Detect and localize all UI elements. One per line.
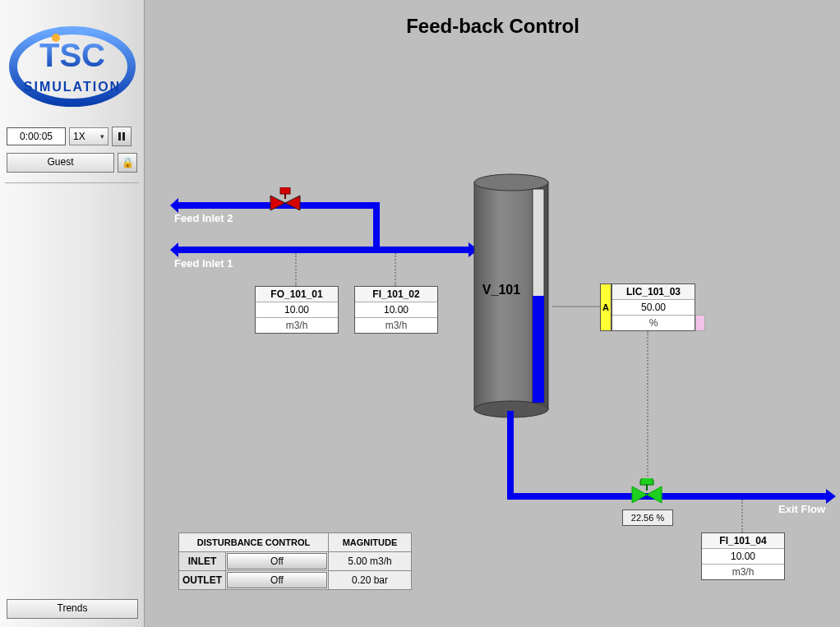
logo: TSC SIMULATION [3, 5, 141, 120]
chevron-down-icon: ▾ [100, 128, 104, 145]
logo-sim-text: SIMULATION [23, 80, 120, 94]
leader-line [741, 500, 743, 532]
table-row: OUTLET Off 0.20 bar [179, 571, 412, 590]
outlet-toggle-button[interactable]: Off [227, 572, 327, 588]
pause-button[interactable] [112, 127, 132, 146]
tag-value: 10.00 [256, 302, 338, 318]
control-valve[interactable] [630, 478, 663, 505]
arrow-icon [170, 242, 178, 257]
row-label: OUTLET [179, 571, 226, 590]
leader-line [295, 253, 297, 286]
valve-output-value: 22.56 % [622, 509, 673, 526]
label-feed-inlet-1: Feed Inlet 1 [174, 257, 233, 270]
lock-icon: 🔒 [122, 157, 134, 168]
row-label: INLET [179, 552, 226, 571]
dist-header: DISTURBANCE CONTROL [179, 533, 329, 552]
svg-marker-15 [632, 486, 647, 503]
tag-LIC-101-03[interactable]: A LIC_101_03 50.00 % [600, 284, 705, 331]
tag-value: 10.00 [702, 549, 784, 565]
sim-time[interactable]: 0:00:05 [7, 127, 66, 145]
svg-marker-8 [285, 196, 300, 210]
inlet-toggle-button[interactable]: Off [227, 553, 327, 569]
svg-rect-4 [280, 187, 290, 194]
svg-rect-3 [122, 132, 125, 141]
sidebar: TSC SIMULATION 0:00:05 1X ▾ Guest 🔒 Tren… [0, 0, 145, 627]
svg-marker-16 [647, 486, 662, 503]
valve-feed2[interactable] [269, 187, 302, 213]
tag-FI-101-02[interactable]: FI_101_02 10.00 m3/h [354, 286, 438, 334]
user-button[interactable]: Guest [7, 153, 114, 173]
pipe-exit-h [507, 493, 828, 500]
tag-unit: m3/h [702, 565, 784, 579]
svg-marker-7 [270, 196, 285, 210]
svg-point-10 [474, 174, 548, 191]
tag-name: LIC_101_03 [612, 284, 695, 300]
tag-unit: m3/h [355, 318, 437, 333]
process-canvas: Feed-back Control Feed Inlet 2 Feed Inle… [145, 0, 840, 627]
magnitude-value: 5.00 m3/h [329, 552, 412, 571]
leader-line [647, 331, 648, 486]
vessel-V-101[interactable]: V_101 [470, 173, 552, 419]
lic-output-bar [695, 315, 705, 331]
label-exit-flow: Exit Flow [778, 503, 825, 515]
pipe-feed2-v [373, 202, 380, 251]
arrow-icon [170, 198, 178, 213]
pipe-feed1-h [174, 247, 470, 253]
leader-line [552, 306, 602, 307]
svg-rect-13 [533, 296, 544, 403]
tag-value: 50.00 [612, 300, 695, 316]
logo-tsc-text: TSC [39, 37, 105, 73]
tag-name: FO_101_01 [256, 287, 338, 302]
trends-button[interactable]: Trends [7, 599, 138, 619]
lic-mode-badge: A [600, 284, 612, 331]
tag-unit: % [612, 316, 695, 330]
tag-value: 10.00 [355, 302, 437, 318]
tag-FO-101-01[interactable]: FO_101_01 10.00 m3/h [255, 286, 339, 334]
tag-name: FI_101_02 [355, 287, 437, 302]
mag-header: MAGNITUDE [329, 533, 412, 552]
leader-line [395, 253, 396, 286]
lock-button[interactable]: 🔒 [118, 153, 137, 173]
label-feed-inlet-2: Feed Inlet 2 [174, 212, 233, 224]
tag-name: FI_101_04 [702, 533, 784, 549]
page-title: Feed-back Control [145, 15, 840, 38]
tag-unit: m3/h [256, 318, 338, 333]
table-row: INLET Off 5.00 m3/h [179, 552, 412, 571]
speed-select[interactable]: 1X ▾ [69, 127, 108, 145]
disturbance-table: DISTURBANCE CONTROL MAGNITUDE INLET Off … [178, 532, 412, 590]
svg-rect-2 [118, 132, 121, 141]
pipe-exit-v [507, 411, 514, 500]
arrow-icon [826, 489, 836, 504]
speed-value: 1X [73, 128, 85, 145]
magnitude-value: 0.20 bar [329, 571, 412, 590]
tag-FI-101-04[interactable]: FI_101_04 10.00 m3/h [701, 532, 785, 580]
vessel-label: V_101 [470, 283, 533, 297]
